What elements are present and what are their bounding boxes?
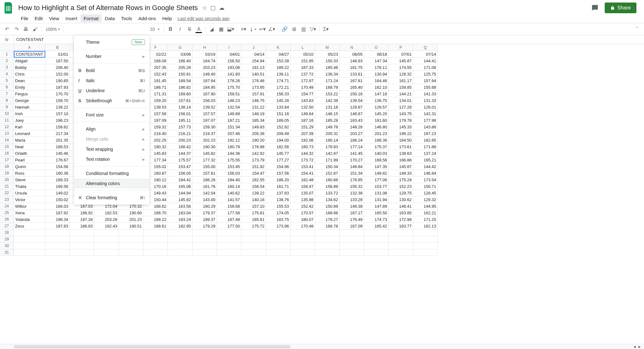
cell[interactable] (119, 243, 143, 249)
cell[interactable]: 136.34 (315, 71, 340, 77)
cell[interactable]: 144.36 (217, 150, 242, 157)
cell[interactable]: 157.57 (192, 110, 217, 117)
cell[interactable]: 190.65 (45, 77, 70, 84)
font-size-select[interactable]: 10▾ (147, 26, 162, 32)
cell[interactable]: 137.83 (266, 190, 291, 196)
cell[interactable]: 177.14 (340, 144, 364, 150)
row-header[interactable]: 29 (0, 236, 14, 243)
cell[interactable]: 173.72 (291, 157, 315, 163)
row-header[interactable]: 16 (0, 150, 14, 157)
cell[interactable]: 186.26 (192, 177, 217, 183)
cell[interactable]: 170.48 (291, 223, 315, 229)
row-header[interactable]: 20 (0, 177, 14, 183)
cell[interactable]: 179.37 (192, 210, 217, 216)
cell[interactable]: 172.98 (389, 216, 413, 223)
cell[interactable]: 175.70 (217, 84, 242, 91)
cell[interactable]: 201.23 (119, 216, 143, 223)
cell[interactable]: Dean (14, 77, 45, 84)
cell[interactable] (119, 236, 143, 243)
cell[interactable]: 190.51 (119, 223, 143, 229)
cell[interactable]: Hannah (14, 104, 45, 110)
cell[interactable]: 143.83 (291, 97, 315, 104)
cell[interactable]: 145.77 (266, 150, 291, 157)
cell[interactable]: 162.10 (364, 84, 389, 91)
cell[interactable]: 154.96 (266, 163, 291, 170)
cell[interactable]: 03/06 (168, 51, 192, 58)
cell[interactable]: 178.98 (242, 144, 266, 150)
cell[interactable]: 152.23 (389, 183, 413, 190)
cell[interactable]: 137.72 (291, 71, 315, 77)
cell[interactable]: 173.61 (389, 144, 413, 150)
cell[interactable]: 150.33 (315, 58, 340, 64)
menu-file[interactable]: File (18, 14, 31, 22)
scroll-left-icon[interactable]: ◄ (633, 345, 636, 349)
row-header[interactable]: 30 (0, 243, 14, 249)
cell[interactable]: 148.28 (340, 124, 364, 130)
cell[interactable] (70, 249, 94, 256)
cell[interactable]: 144.32 (291, 150, 315, 157)
cell[interactable]: 199.22 (389, 130, 413, 137)
cell[interactable]: 142.39 (315, 97, 340, 104)
cell[interactable]: 153.77 (364, 183, 389, 190)
cell[interactable] (242, 236, 266, 243)
cell[interactable]: 159.30 (192, 124, 217, 130)
cell[interactable] (45, 249, 70, 256)
cell[interactable]: 175.72 (242, 223, 266, 229)
cell[interactable]: 04/01 (217, 51, 242, 58)
cell[interactable]: 169.60 (168, 91, 192, 97)
cell[interactable] (217, 229, 242, 236)
cell[interactable]: 131.22 (242, 104, 266, 110)
cell[interactable]: 142.87 (315, 150, 340, 157)
cell[interactable]: 04/27 (266, 51, 291, 58)
cell[interactable]: 192.53 (94, 210, 119, 216)
cell[interactable]: 171.99 (315, 157, 340, 163)
row-header[interactable]: 5 (0, 77, 14, 84)
cell[interactable]: 145.92 (168, 196, 192, 203)
cell[interactable]: 144.42 (413, 163, 438, 170)
cell[interactable]: 154.41 (291, 170, 315, 177)
cell[interactable]: 152.00 (45, 71, 70, 77)
cell[interactable] (45, 236, 70, 243)
cell[interactable]: 187.64 (192, 77, 217, 84)
row-header[interactable]: 15 (0, 144, 14, 150)
cell[interactable]: 159.51 (217, 91, 242, 97)
cell[interactable]: 165.40 (340, 84, 364, 91)
cell[interactable] (413, 243, 438, 249)
cell[interactable]: 187.21 (217, 117, 242, 124)
column-header[interactable]: B (45, 44, 70, 51)
cell[interactable] (14, 243, 45, 249)
cell[interactable] (168, 249, 192, 256)
cell[interactable] (94, 243, 119, 249)
cell[interactable] (192, 236, 217, 243)
undo-button[interactable]: ↶ (3, 25, 11, 34)
cell[interactable]: 183.75 (266, 216, 291, 223)
cell[interactable]: 168.78 (315, 84, 340, 91)
cell[interactable]: 133.84 (266, 104, 291, 110)
cell[interactable]: 142.31 (413, 110, 438, 117)
cell[interactable]: 152.87 (315, 170, 340, 177)
cell[interactable] (364, 236, 389, 243)
cell[interactable]: 165.21 (413, 157, 438, 163)
cell[interactable]: 168.03 (45, 203, 70, 210)
menu-number[interactable]: Number▶ (74, 51, 149, 61)
cell[interactable]: 174.05 (266, 210, 291, 216)
horizontal-scrollbar[interactable] (14, 345, 291, 348)
menu-strikethrough[interactable]: SStrikethrough⌘+Shift+X (74, 96, 149, 106)
cell[interactable] (266, 249, 291, 256)
menu-bold[interactable]: BBold⌘B (74, 65, 149, 76)
menu-view[interactable]: View (46, 14, 62, 22)
cell[interactable]: Steve (14, 177, 45, 183)
cell[interactable]: 156.01 (168, 110, 192, 117)
cell[interactable]: 146.41 (389, 203, 413, 210)
cell[interactable]: 164.46 (364, 77, 389, 84)
cell[interactable]: 178.93 (315, 144, 340, 150)
move-icon[interactable]: ▢ (210, 4, 216, 11)
cell[interactable]: 170.70 (45, 91, 70, 97)
cell[interactable]: 165.42 (364, 223, 389, 229)
cell[interactable]: 04/14 (242, 51, 266, 58)
cell[interactable]: 178.85 (340, 177, 364, 183)
cell[interactable]: 160.36 (45, 170, 70, 177)
cell[interactable]: 197.34 (70, 216, 94, 223)
cell[interactable]: 170.49 (291, 84, 315, 91)
cell[interactable]: 175.57 (168, 157, 192, 163)
